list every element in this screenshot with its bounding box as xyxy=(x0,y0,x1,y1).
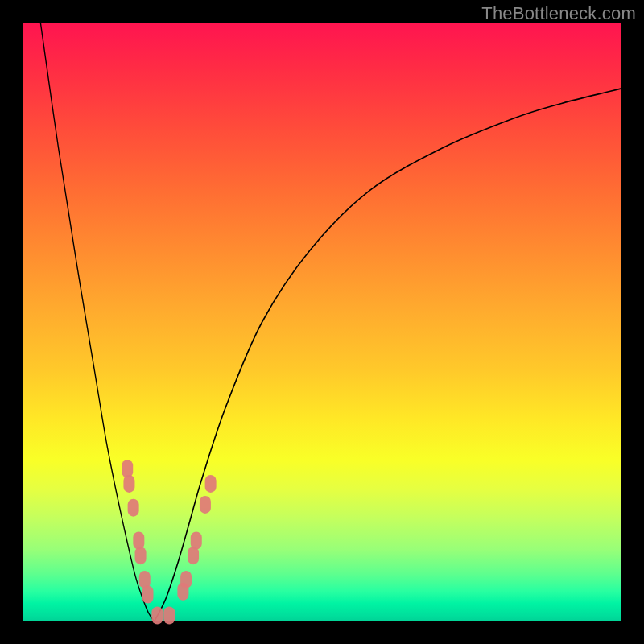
data-marker xyxy=(122,460,133,477)
data-marker xyxy=(188,547,199,564)
data-marker xyxy=(128,499,139,517)
data-marker xyxy=(142,586,154,604)
data-marker xyxy=(191,532,202,550)
data-marker xyxy=(139,571,151,588)
data-marker xyxy=(123,475,134,493)
data-marker xyxy=(135,547,147,564)
chart-svg xyxy=(23,23,621,621)
data-marker xyxy=(163,607,175,625)
data-marker xyxy=(180,571,192,588)
data-marker xyxy=(133,532,144,550)
data-marker xyxy=(151,607,163,625)
watermark-text: TheBottleneck.com xyxy=(481,3,636,24)
left-branch-curve xyxy=(40,23,154,621)
data-marker xyxy=(205,475,217,493)
chart-frame: TheBottleneck.com xyxy=(0,0,644,644)
plot-area xyxy=(23,23,621,621)
marker-group xyxy=(122,460,216,624)
right-branch-curve xyxy=(155,89,621,621)
data-marker xyxy=(200,496,211,514)
